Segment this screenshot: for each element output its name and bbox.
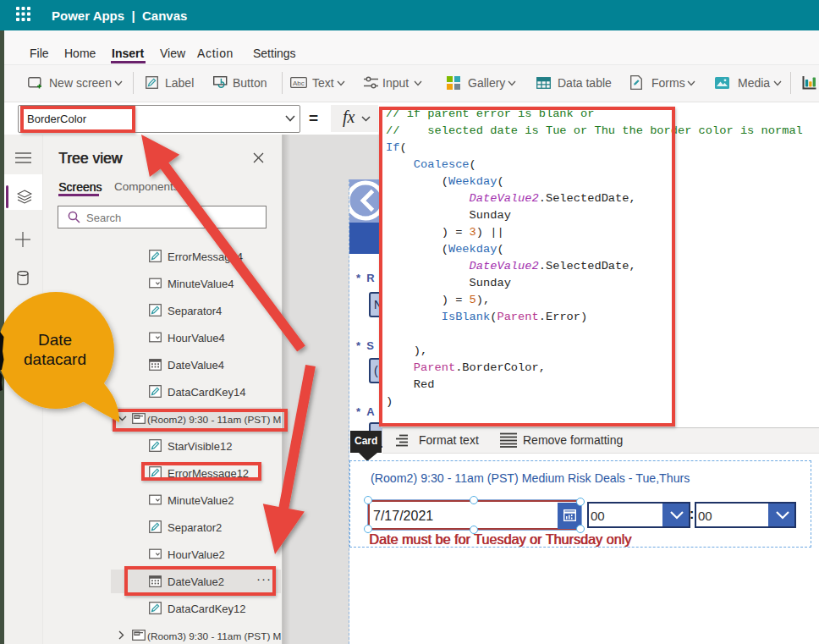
svg-text:Date: Date [38, 331, 72, 349]
svg-text:datacard: datacard [24, 350, 86, 368]
